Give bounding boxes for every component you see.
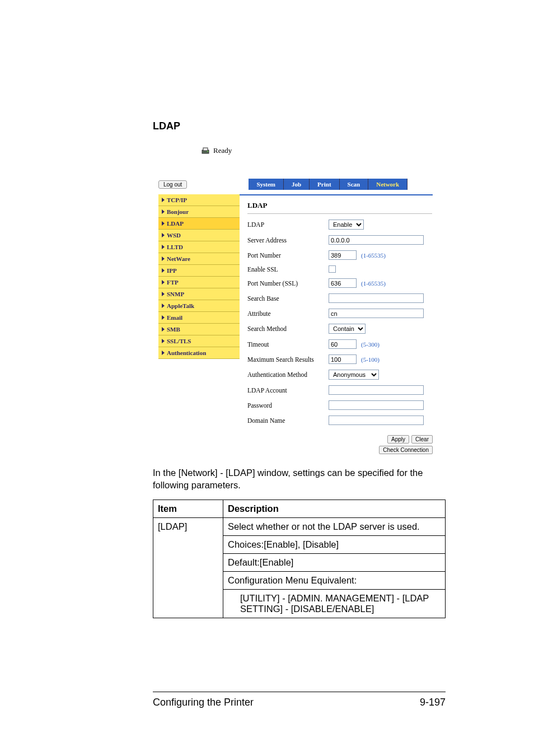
search-base-input[interactable] [329,293,424,303]
tab-job[interactable]: Job [284,179,310,190]
panel-divider [247,213,432,214]
sidebar-item-label: NetWare [167,255,190,262]
triangle-icon [162,233,165,237]
enable-ssl-label: Enable SSL [247,266,329,273]
sidebar-item-label: SNMP [167,291,184,297]
sidebar-item-label: IPP [167,267,177,274]
ldap-account-label: LDAP Account [247,387,329,394]
sidebar-item-ldap[interactable]: LDAP [158,218,240,230]
tab-scan[interactable]: Scan [340,179,369,190]
password-label: Password [247,402,329,409]
sidebar-item-snmp[interactable]: SNMP [158,288,240,300]
table-desc-cell: Select whether or not the LDAP server is… [223,517,446,535]
footer-left: Configuring the Printer [153,697,254,708]
triangle-icon [162,256,165,261]
attribute-input[interactable] [329,309,424,318]
sidebar-item-label: AppleTalk [167,302,194,309]
triangle-icon [162,304,165,308]
sidebar-item-label: SMB [167,326,180,333]
triangle-icon [162,245,165,249]
description-text: In the [Network] - [LDAP] window, settin… [153,466,446,492]
table-header-description: Description [223,500,446,517]
svg-point-2 [207,151,208,152]
sidebar-item-ftp[interactable]: FTP [158,277,240,288]
port-input[interactable] [329,250,357,260]
enable-ssl-checkbox[interactable] [329,265,336,273]
port-ssl-label: Port Number (SSL) [247,280,329,287]
sidebar-item-label: FTP [167,279,179,286]
footer-right: 9-197 [420,697,446,708]
sidebar-item-ssltls[interactable]: SSL/TLS [158,335,240,347]
table-item-cell: [LDAP] [153,517,223,618]
clear-button[interactable]: Clear [411,435,433,444]
domain-input[interactable] [329,416,424,425]
svg-rect-1 [203,148,208,151]
ldap-select[interactable]: Enable [329,220,364,230]
sidebar-item-label: WSD [167,232,181,239]
port-hint: (1-65535) [361,252,386,259]
status-label: Ready [213,146,232,155]
ldap-label: LDAP [247,221,329,228]
panel-title: LDAP [247,201,433,210]
sidebar-item-ipp[interactable]: IPP [158,265,240,277]
status-bar: Ready [201,146,433,155]
sidebar-item-email[interactable]: Email [158,312,240,324]
search-base-label: Search Base [247,295,329,302]
table-desc-cell: Default:[Enable] [223,553,446,571]
tab-network[interactable]: Network [368,179,407,190]
table-header-item: Item [153,500,223,517]
server-address-input[interactable] [329,235,424,245]
parameter-table: Item Description [LDAP] Select whether o… [153,500,446,618]
sidebar-item-appletalk[interactable]: AppleTalk [158,300,240,312]
web-ui-screenshot: Ready Log out System Job Print Scan Netw… [158,146,433,454]
triangle-icon [162,221,165,226]
apply-button[interactable]: Apply [387,435,409,444]
page-footer: Configuring the Printer 9-197 [153,692,446,708]
timeout-label: Timeout [247,341,329,348]
printer-icon [201,146,210,155]
sidebar-item-smb[interactable]: SMB [158,324,240,335]
sidebar-item-label: SSL/TLS [167,338,191,344]
main-panel: LDAP LDAP Enable Server Address Port Num… [244,195,433,433]
logout-button[interactable]: Log out [158,180,187,189]
triangle-icon [162,209,165,214]
triangle-icon [162,315,165,320]
server-address-label: Server Address [247,237,329,244]
sidebar-item-bonjour[interactable]: Bonjour [158,206,240,218]
table-desc-cell: Choices:[Enable], [Disable] [223,535,446,553]
sidebar-item-label: Authentication [167,349,206,356]
sidebar-item-label: LDAP [167,220,184,227]
sidebar-item-netware[interactable]: NetWare [158,253,240,265]
auth-method-label: Authentication Method [247,371,329,378]
search-method-label: Search Method [247,325,329,332]
sidebar-item-authentication[interactable]: Authentication [158,347,240,359]
triangle-icon [162,280,165,284]
sidebar-item-lltd[interactable]: LLTD [158,241,240,253]
port-ssl-input[interactable] [329,278,357,288]
table-desc-cell: [UTILITY] - [ADMIN. MANAGEMENT] - [LDAP … [223,589,446,618]
sidebar: TCP/IP Bonjour LDAP WSD LLTD NetWare IPP… [158,194,240,359]
check-connection-button[interactable]: Check Connection [379,446,433,454]
sidebar-item-label: Bonjour [167,208,189,215]
attribute-label: Attribute [247,310,329,317]
max-results-input[interactable] [329,354,357,364]
sidebar-item-label: TCP/IP [167,197,187,203]
triangle-icon [162,351,165,355]
tab-system[interactable]: System [249,179,284,190]
password-input[interactable] [329,400,424,410]
sidebar-item-wsd[interactable]: WSD [158,230,240,241]
search-method-select[interactable]: Contain [329,324,366,334]
sidebar-item-tcpip[interactable]: TCP/IP [158,194,240,206]
triangle-icon [162,198,165,202]
auth-method-select[interactable]: Anonymous [329,370,379,380]
ldap-account-input[interactable] [329,385,424,395]
sidebar-item-label: LLTD [167,244,183,250]
domain-label: Domain Name [247,417,329,424]
section-title: LDAP [153,120,446,132]
timeout-input[interactable] [329,339,357,349]
triangle-icon [162,292,165,296]
triangle-icon [162,339,165,343]
tab-print[interactable]: Print [310,179,339,190]
triangle-icon [162,268,165,273]
sidebar-item-label: Email [167,314,182,321]
